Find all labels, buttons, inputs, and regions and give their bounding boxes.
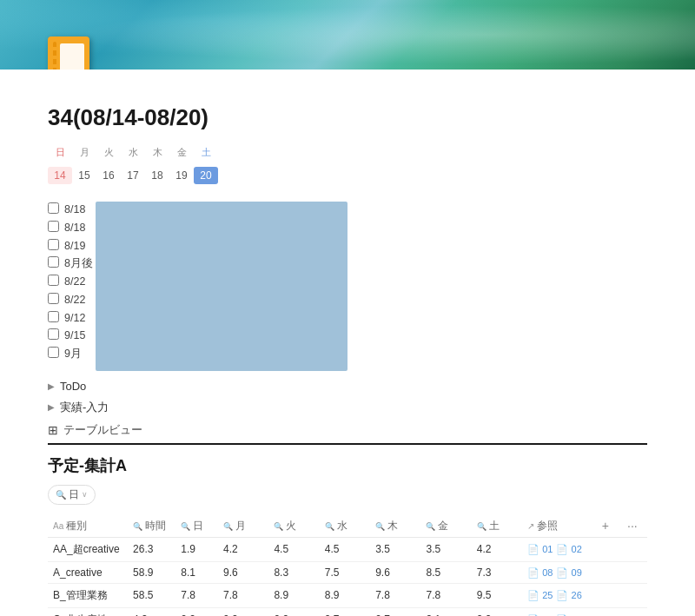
cell-month-2: 7.8 <box>218 583 268 607</box>
checklist-item-2: 8/18 <box>48 220 647 236</box>
header-image <box>0 0 695 70</box>
cell-thu-0: 3.5 <box>370 537 420 561</box>
col-category[interactable]: Aa種別 <box>48 515 128 538</box>
col-sat[interactable]: 🔍土 <box>472 515 522 538</box>
cell-day-2: 7.8 <box>175 583 218 607</box>
cell-fri-3: 2.1 <box>420 607 471 616</box>
col-add[interactable]: + <box>593 515 619 538</box>
todo-label: ToDo <box>60 380 86 393</box>
date-18[interactable]: 18 <box>145 167 169 184</box>
cell-time-0: 26.3 <box>128 537 175 561</box>
dow-wed: 水 <box>121 143 145 162</box>
col-tue[interactable]: 🔍火 <box>268 515 319 538</box>
summary-title: 予定-集計A <box>48 455 647 476</box>
checklist-item-5: 8/22 <box>48 274 647 290</box>
col-day[interactable]: 🔍日 <box>175 515 218 538</box>
checklist-item-3: 8/19 <box>48 238 647 255</box>
col-thu[interactable]: 🔍木 <box>370 515 420 538</box>
checkbox-1[interactable] <box>48 202 59 214</box>
cell-time-1: 58.9 <box>128 561 175 583</box>
summary-table: Aa種別 🔍時間 🔍日 🔍月 🔍火 🔍水 🔍木 🔍金 🔍土 ↗参照 + ··· … <box>48 515 647 616</box>
table-icon: ⊞ <box>48 423 58 437</box>
checklist: 8/18 8/18 8/19 8月後 8/22 <box>48 202 647 362</box>
cell-time-3: 4.3 <box>128 607 175 616</box>
cell-wed-1: 7.5 <box>320 561 370 583</box>
date-17[interactable]: 17 <box>121 167 145 184</box>
checkbox-9[interactable] <box>48 347 59 358</box>
checklist-item-9: 9月 <box>48 346 647 362</box>
cell-refs-1: 📄 08📄 09 <box>522 561 593 583</box>
dow-sun: 日 <box>48 143 72 162</box>
results-label: 実績-入力 <box>60 400 109 415</box>
cell-fri-0: 3.5 <box>420 537 471 561</box>
checkbox-2[interactable] <box>48 221 59 232</box>
cell-month-3: 0.2 <box>218 607 268 616</box>
cell-thu-2: 7.8 <box>370 583 420 607</box>
cell-month-0: 4.2 <box>218 537 268 561</box>
cell-category-1: A_creative <box>48 561 128 583</box>
checkbox-8[interactable] <box>48 328 59 340</box>
date-15[interactable]: 15 <box>72 167 96 184</box>
col-ref[interactable]: ↗参照 <box>522 515 593 538</box>
filter-day-label: 日 <box>69 487 79 502</box>
table-row: C_非生産性 4.3 0.2 0.2 0.2 0.7 0.7 2.1 0.2 📄… <box>48 607 647 616</box>
table-row: B_管理業務 58.5 7.8 7.8 8.9 8.9 7.8 7.8 9.5 … <box>48 583 647 607</box>
cell-tue-0: 4.5 <box>268 537 319 561</box>
table-row: A_creative 58.9 8.1 9.6 8.3 7.5 9.6 8.5 … <box>48 561 647 583</box>
col-wed[interactable]: 🔍水 <box>320 515 370 538</box>
date-16[interactable]: 16 <box>96 167 121 184</box>
col-fri[interactable]: 🔍金 <box>420 515 471 538</box>
cell-day-1: 8.1 <box>175 561 218 583</box>
dow-thu: 木 <box>145 143 169 162</box>
results-arrow: ▶ <box>48 402 55 412</box>
filter-row: 🔍 日 ∨ <box>48 485 647 505</box>
cell-sat-2: 9.5 <box>472 583 522 607</box>
date-19[interactable]: 19 <box>169 167 194 184</box>
table-view-label: テーブルビュー <box>63 422 142 438</box>
cell-sat-1: 7.3 <box>472 561 522 583</box>
filter-day-pill[interactable]: 🔍 日 ∨ <box>48 485 96 505</box>
cell-tue-1: 8.3 <box>268 561 319 583</box>
col-time[interactable]: 🔍時間 <box>128 515 175 538</box>
cell-sat-0: 4.2 <box>472 537 522 561</box>
table-view-row[interactable]: ⊞ テーブルビュー <box>48 422 647 445</box>
cell-tue-2: 8.9 <box>268 583 319 607</box>
checkbox-5[interactable] <box>48 275 59 286</box>
cell-sat-3: 0.2 <box>472 607 522 616</box>
cell-category-3: C_非生産性 <box>48 607 128 616</box>
results-section[interactable]: ▶ 実績-入力 <box>48 400 647 415</box>
cell-refs-2: 📄 25📄 26 <box>522 583 593 607</box>
cell-fri-1: 8.5 <box>420 561 471 583</box>
dow-grid: 日 月 火 水 木 金 土 <box>48 143 647 162</box>
col-month[interactable]: 🔍月 <box>218 515 268 538</box>
week-title: 34(08/14-08/20) <box>48 104 647 131</box>
checkbox-6[interactable] <box>48 293 59 304</box>
cell-wed-2: 8.9 <box>320 583 370 607</box>
cell-refs-3: 📄 34📄 35 <box>522 607 593 616</box>
cell-refs-0: 📄 01📄 02 <box>522 537 593 561</box>
checkbox-3[interactable] <box>48 239 59 250</box>
filter-search-icon: 🔍 <box>56 490 66 500</box>
dow-mon: 月 <box>72 143 96 162</box>
checkbox-7[interactable] <box>48 311 59 322</box>
checkbox-4[interactable] <box>48 256 59 268</box>
filter-chevron: ∨ <box>82 490 88 499</box>
todo-arrow: ▶ <box>48 381 55 391</box>
checklist-item-8: 9/15 <box>48 328 647 344</box>
cell-tue-3: 0.2 <box>268 607 319 616</box>
notebook-icon <box>48 36 89 70</box>
table-row: AA_超creative 26.3 1.9 4.2 4.5 4.5 3.5 3.… <box>48 537 647 561</box>
cell-day-0: 1.9 <box>175 537 218 561</box>
cell-fri-2: 7.8 <box>420 583 471 607</box>
date-14[interactable]: 14 <box>48 167 72 184</box>
dow-tue: 火 <box>96 143 121 162</box>
cell-wed-0: 4.5 <box>320 537 370 561</box>
cell-category-2: B_管理業務 <box>48 583 128 607</box>
checklist-item-6: 8/22 <box>48 292 647 308</box>
date-20[interactable]: 20 <box>194 167 218 184</box>
todo-section[interactable]: ▶ ToDo <box>48 380 647 393</box>
col-more[interactable]: ··· <box>619 515 647 538</box>
checklist-item-7: 9/12 <box>48 310 647 327</box>
cell-category-0: AA_超creative <box>48 537 128 561</box>
cell-time-2: 58.5 <box>128 583 175 607</box>
